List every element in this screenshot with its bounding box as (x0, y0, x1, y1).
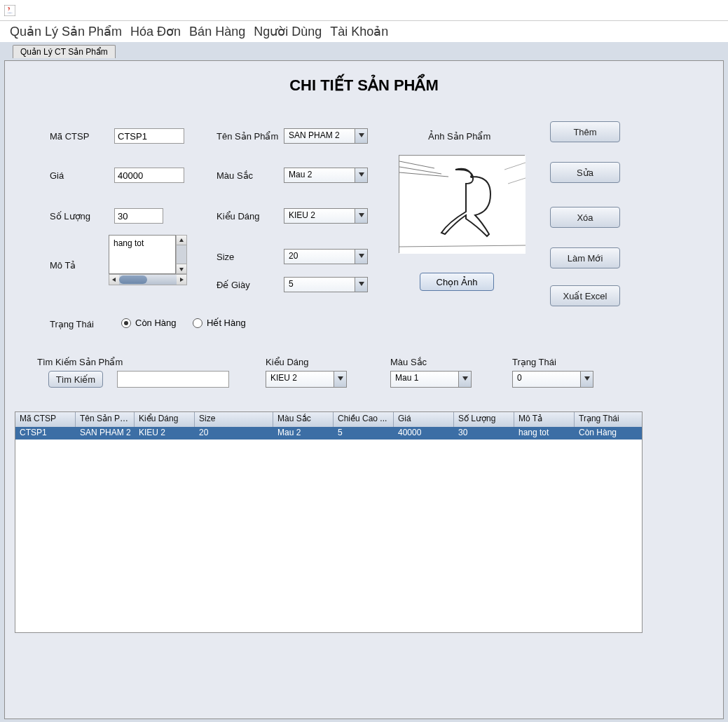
delete-button[interactable]: Xóa (550, 207, 620, 228)
radio-icon[interactable] (121, 318, 131, 328)
svg-marker-18 (338, 376, 343, 381)
svg-marker-7 (359, 213, 364, 217)
th-cao[interactable]: Chiều Cao ... (334, 412, 394, 427)
svg-marker-3 (112, 278, 116, 282)
svg-marker-4 (180, 278, 184, 282)
combo-mau-sac[interactable]: Mau 2 (284, 168, 368, 183)
chevron-down-icon[interactable] (581, 371, 593, 388)
tab-ctsp[interactable]: Quản Lý CT Sản Phẩm (13, 45, 116, 58)
tab-content: CHI TIẾT SẢN PHẨM Mã CTSP Giá Số Lượng M… (4, 60, 724, 719)
scroll-left-icon[interactable] (109, 275, 119, 285)
th-size[interactable]: Size (195, 412, 273, 427)
menu-item-account[interactable]: Tài Khoản (330, 24, 388, 39)
svg-marker-9 (359, 282, 364, 286)
svg-marker-1 (179, 238, 184, 242)
combo-ten-sp[interactable]: SAN PHAM 2 (284, 128, 368, 144)
choose-image-button[interactable]: Chọn Ảnh (420, 273, 494, 291)
label-ma-ctsp: Mã CTSP (50, 131, 89, 142)
label-anh-sp: Ảnh Sản Phẩm (428, 131, 490, 142)
label-trang-thai: Trạng Thái (50, 319, 94, 329)
svg-marker-6 (359, 172, 364, 177)
menubar: Quản Lý Sản Phẩm Hóa Đơn Bán Hàng Người … (0, 21, 728, 42)
app-icon (4, 5, 15, 16)
svg-rect-0 (4, 5, 15, 16)
chevron-down-icon[interactable] (355, 208, 368, 224)
scroll-track-h[interactable] (119, 275, 177, 285)
th-mau[interactable]: Màu Sắc (273, 412, 334, 427)
scroll-right-icon[interactable] (177, 275, 186, 285)
chevron-down-icon[interactable] (355, 249, 368, 264)
th-ten[interactable]: Tên Sản Ph... (76, 412, 135, 427)
scroll-down-icon[interactable] (177, 264, 186, 273)
page-title: CHI TIẾT SẢN PHẨM (5, 76, 723, 95)
scroll-thumb[interactable] (119, 275, 147, 284)
results-table[interactable]: Mã CTSP Tên Sản Ph... Kiểu Dáng Size Màu… (15, 411, 643, 633)
table-row[interactable]: CTSP1 SAN PHAM 2 KIEU 2 20 Mau 2 5 40000… (15, 427, 642, 440)
label-de-giay: Đế Giày (217, 280, 250, 290)
scrollbar-horizontal[interactable] (109, 274, 187, 285)
input-gia[interactable] (114, 168, 184, 183)
combo-de-giay[interactable]: 5 (284, 277, 368, 292)
input-ma-ctsp[interactable] (114, 128, 184, 144)
combo-size[interactable]: 20 (284, 249, 368, 264)
radio-het-hang[interactable]: Hết Hàng (193, 318, 246, 328)
th-sl[interactable]: Số Lượng (454, 412, 514, 427)
th-gia[interactable]: Giá (394, 412, 454, 427)
menu-item-products[interactable]: Quản Lý Sản Phẩm (10, 24, 122, 39)
scroll-up-icon[interactable] (177, 236, 186, 245)
refresh-button[interactable]: Làm Mới (550, 247, 620, 268)
search-button[interactable]: Tìm Kiếm (48, 371, 103, 388)
chevron-down-icon[interactable] (355, 128, 368, 144)
svg-marker-2 (179, 268, 184, 271)
label-so-luong: Số Lượng (50, 211, 90, 222)
label-mo-ta: Mô Tả (50, 260, 76, 271)
edit-button[interactable]: Sửa (550, 162, 620, 183)
chevron-down-icon[interactable] (334, 371, 347, 388)
combo-search-tt[interactable]: 0 (512, 371, 593, 388)
th-mota[interactable]: Mô Tả (514, 412, 575, 427)
search-input[interactable] (117, 371, 229, 388)
export-excel-button[interactable]: Xuất Excel (550, 285, 620, 306)
input-so-luong[interactable] (114, 208, 163, 224)
label-search: Tìm Kiếm Sản Phẩm (37, 357, 123, 367)
label-mau-sac: Màu Sắc (217, 170, 253, 181)
textarea-mo-ta[interactable]: hang tot (109, 235, 176, 274)
th-ma[interactable]: Mã CTSP (15, 412, 76, 427)
svg-marker-20 (584, 376, 590, 381)
svg-point-14 (470, 175, 473, 178)
scroll-track[interactable] (177, 245, 186, 264)
window-titlebar (0, 0, 728, 21)
menu-item-users[interactable]: Người Dùng (254, 24, 322, 39)
menu-item-invoices[interactable]: Hóa Đơn (130, 24, 181, 39)
label-search-kieu: Kiểu Dáng (266, 357, 308, 367)
chevron-down-icon[interactable] (355, 277, 368, 292)
svg-marker-8 (359, 254, 364, 258)
label-ten-sp: Tên Sản Phẩm (217, 131, 278, 142)
label-search-tt: Trạng Thái (512, 357, 556, 367)
image-preview (399, 155, 525, 253)
add-button[interactable]: Thêm (550, 121, 620, 142)
chevron-down-icon[interactable] (355, 168, 368, 183)
label-size: Size (217, 252, 234, 262)
tab-strip: Quản Lý CT Sản Phẩm (0, 45, 728, 60)
th-kieu[interactable]: Kiểu Dáng (135, 412, 195, 427)
chevron-down-icon[interactable] (459, 371, 472, 388)
table-header: Mã CTSP Tên Sản Ph... Kiểu Dáng Size Màu… (15, 412, 642, 427)
combo-search-mau[interactable]: Mau 1 (390, 371, 472, 388)
radio-icon[interactable] (193, 318, 202, 328)
radio-con-hang[interactable]: Còn Hàng (121, 318, 177, 328)
svg-marker-19 (462, 376, 468, 381)
menu-item-sales[interactable]: Bán Hàng (189, 25, 245, 39)
combo-kieu-dang[interactable]: KIEU 2 (284, 208, 368, 224)
label-search-mau: Màu Sắc (390, 357, 427, 367)
label-gia: Giá (50, 170, 64, 181)
label-kieu-dang: Kiểu Dáng (217, 211, 259, 222)
scrollbar-vertical[interactable] (176, 235, 187, 274)
svg-marker-5 (359, 133, 364, 137)
combo-search-kieu[interactable]: KIEU 2 (266, 371, 347, 388)
th-tt[interactable]: Trạng Thái (575, 412, 640, 427)
